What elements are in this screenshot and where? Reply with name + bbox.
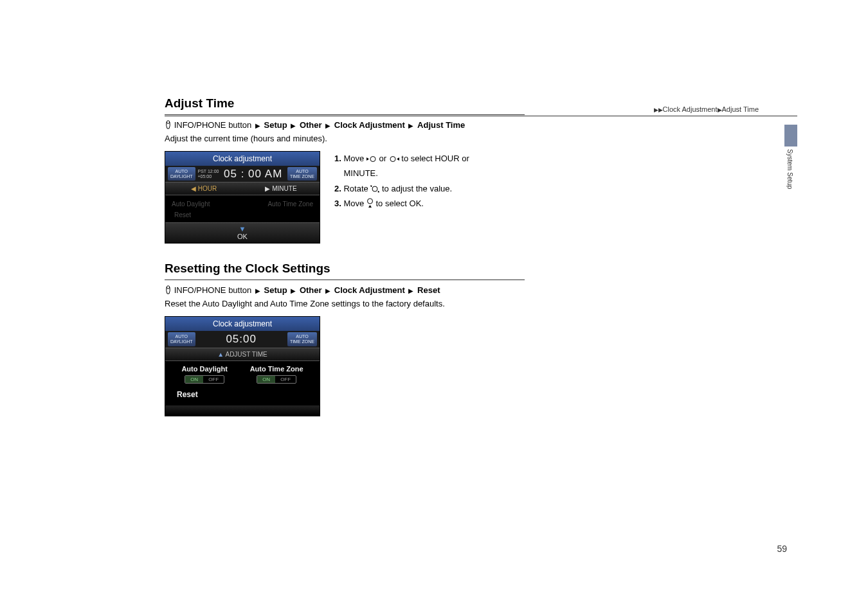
nav-arrow-icon: ▶	[255, 287, 260, 294]
dim-auto-timezone: Auto Time Zone	[267, 200, 313, 208]
nav-arrow-icon: ▶	[255, 122, 260, 129]
nav-arrow-icon: ▶	[408, 122, 413, 129]
option-label: Auto Time Zone	[250, 365, 303, 373]
section-description: Adjust the current time (hours and minut…	[165, 134, 797, 143]
joystick-icon	[165, 120, 172, 129]
option-label: Auto Daylight	[181, 365, 228, 373]
nav-item: Clock Adjustment	[334, 120, 405, 130]
sc-title: Clock adjustment	[165, 317, 320, 331]
joystick-icon	[165, 285, 172, 294]
reset-option: Reset	[165, 385, 320, 405]
nav-item: Setup	[264, 285, 287, 295]
nav-arrow-icon: ▶	[325, 287, 330, 294]
auto-timezone-option: Auto Time Zone ONOFF	[250, 365, 303, 384]
dim-options: Auto Daylight Auto Time Zone	[165, 195, 320, 210]
auto-daylight-tag: AUTO DAYLIGHT	[168, 332, 195, 346]
nav-arrow-icon: ▶	[325, 122, 330, 129]
hour-selector: ◀ HOUR	[165, 182, 242, 195]
rotate-icon	[370, 185, 379, 193]
section-rule	[165, 114, 525, 115]
auto-daylight-tag: AUTO DAYLIGHT	[168, 167, 195, 181]
svg-point-3	[372, 186, 377, 191]
section-rule	[165, 280, 525, 280]
nav-arrow-icon: ▶	[408, 287, 413, 294]
svg-point-2	[390, 157, 395, 162]
step-number: 2.	[334, 184, 341, 193]
nav-item: Adjust Time	[417, 120, 465, 130]
svg-point-5	[167, 286, 169, 289]
up-arrow-icon: ▲	[217, 351, 224, 358]
move-right-icon	[389, 155, 399, 163]
page-number: 59	[777, 544, 787, 554]
options-row: Auto Daylight ONOFF Auto Time Zone ONOFF	[165, 361, 320, 385]
ok-label: OK	[237, 233, 248, 240]
section-description: Reset the Auto Daylight and Auto Time Zo…	[165, 299, 797, 308]
nav-item: Setup	[264, 120, 287, 130]
clock-adjustment-screenshot-2: Clock adjustment AUTO DAYLIGHT 05:00 AUT…	[165, 316, 320, 416]
nav-path: INFO/PHONE button ▶ Setup ▶ Other ▶ Cloc…	[165, 120, 797, 130]
sc-title: Clock adjustment	[165, 152, 320, 166]
nav-item: Other	[300, 285, 322, 295]
dim-reset: Reset	[165, 210, 320, 222]
clock-adjustment-screenshot-1: Clock adjustment AUTO DAYLIGHT PST 12:00…	[165, 151, 320, 244]
section-title-reset: Resetting the Clock Settings	[165, 262, 797, 276]
hour-minute-row: ◀ HOUR ▶ MINUTE	[165, 182, 320, 195]
down-arrow-icon: ▼	[239, 225, 246, 233]
steps-list: 1. Move or to select HOUR or MINUTE. 2. …	[334, 151, 797, 244]
dim-auto-daylight: Auto Daylight	[172, 200, 210, 208]
time-display: 05 : 00 AM	[219, 168, 287, 181]
nav-path: INFO/PHONE button ▶ Setup ▶ Other ▶ Cloc…	[165, 285, 797, 295]
nav-arrow-icon: ▶	[291, 122, 296, 129]
minute-selector: ▶ MINUTE	[242, 182, 320, 195]
nav-prefix: INFO/PHONE button	[174, 120, 252, 130]
move-left-icon	[366, 155, 377, 163]
adjust-time-row: ▲ ADJUST TIME	[165, 348, 320, 361]
step-number: 3.	[334, 199, 341, 208]
nav-item: Clock Adjustment	[334, 285, 405, 295]
auto-daylight-option: Auto Daylight ONOFF	[181, 365, 228, 384]
minute-text: MINUTE	[343, 168, 375, 178]
hour-text: HOUR	[435, 154, 459, 163]
section-title-adjust-time: Adjust Time	[165, 96, 797, 111]
on-off-toggle: ONOFF	[185, 375, 224, 384]
ok-footer: ▼ OK	[165, 222, 320, 243]
auto-timezone-tag: AUTO TIME ZONE	[287, 167, 317, 181]
move-down-icon	[366, 198, 374, 208]
step-3: 3. Move to select OK.	[334, 196, 797, 211]
nav-item: Other	[300, 120, 322, 130]
step-1: 1. Move or to select HOUR or MINUTE.	[334, 151, 797, 181]
screenshot-footer	[165, 405, 320, 416]
svg-point-4	[367, 199, 372, 204]
nav-prefix: INFO/PHONE button	[174, 285, 252, 295]
on-off-toggle: ONOFF	[257, 375, 296, 384]
svg-point-0	[167, 121, 169, 123]
auto-timezone-tag: AUTO TIME ZONE	[287, 332, 317, 346]
step-2: 2. Rotate to adjust the value.	[334, 181, 797, 196]
nav-item: Reset	[417, 285, 440, 295]
step-number: 1.	[334, 154, 341, 163]
ok-text: OK	[410, 199, 422, 208]
svg-point-1	[370, 157, 375, 162]
pst-label: PST 12:00 +05:00	[198, 169, 219, 179]
time-display: 05:00	[195, 333, 287, 346]
nav-arrow-icon: ▶	[291, 287, 296, 294]
